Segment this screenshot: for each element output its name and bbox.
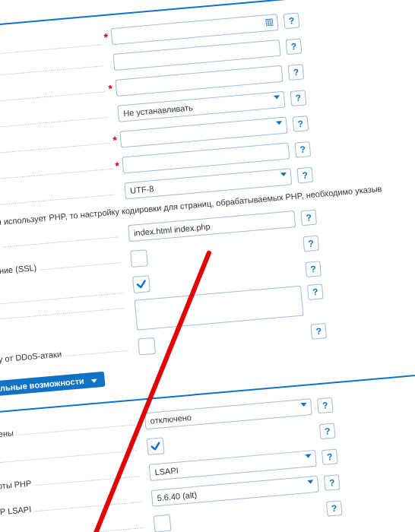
help-icon[interactable]: ? <box>303 235 319 252</box>
help-icon[interactable]: ? <box>295 141 312 158</box>
label-index: ексная страница <box>0 240 2 255</box>
help-icon[interactable]: ? <box>288 64 305 81</box>
section-advanced[interactable]: Дополнительные возможности <box>0 372 105 401</box>
ddos-checkbox[interactable] <box>138 337 156 356</box>
help-icon[interactable]: ? <box>290 90 307 106</box>
help-icon[interactable]: ? <box>296 167 313 184</box>
cgi-checkbox[interactable] <box>154 515 172 532</box>
required-asterisk: * <box>105 82 116 95</box>
label-ddos: чючить защиту от DDoS-атаки <box>0 349 65 369</box>
php-checkbox[interactable] <box>147 437 165 455</box>
help-icon[interactable]: ? <box>326 500 343 517</box>
help-icon[interactable]: ? <box>322 448 338 465</box>
required-asterisk: * <box>109 134 121 147</box>
help-icon[interactable]: ? <box>286 38 303 55</box>
help-icon[interactable]: ? <box>284 13 300 30</box>
required-asterisk: * <box>100 30 112 43</box>
ssl-redirect-checkbox[interactable] <box>132 275 150 293</box>
ssl-checkbox[interactable] <box>130 249 148 268</box>
help-icon[interactable]: ? <box>310 323 327 340</box>
help-icon[interactable]: ? <box>307 283 324 300</box>
required-asterisk: * <box>112 160 123 173</box>
section-advanced-label: Дополнительные возможности <box>0 376 84 397</box>
help-icon[interactable]: ? <box>319 423 336 440</box>
label-autosubdomains: Автоподдомены <box>0 428 17 442</box>
help-icon[interactable]: ? <box>293 116 309 132</box>
label-php-version: Версия PHP LSAPI <box>0 504 35 520</box>
label-php-mode: Режим работы PHP <box>0 478 35 494</box>
help-icon[interactable]: ? <box>317 397 334 414</box>
help-icon[interactable]: ? <box>324 474 341 491</box>
label-ssl: ценное соединение (SSL) <box>0 263 40 281</box>
chevron-down-icon <box>91 378 97 383</box>
help-icon[interactable]: ? <box>300 210 317 226</box>
help-icon[interactable]: ? <box>305 261 322 277</box>
